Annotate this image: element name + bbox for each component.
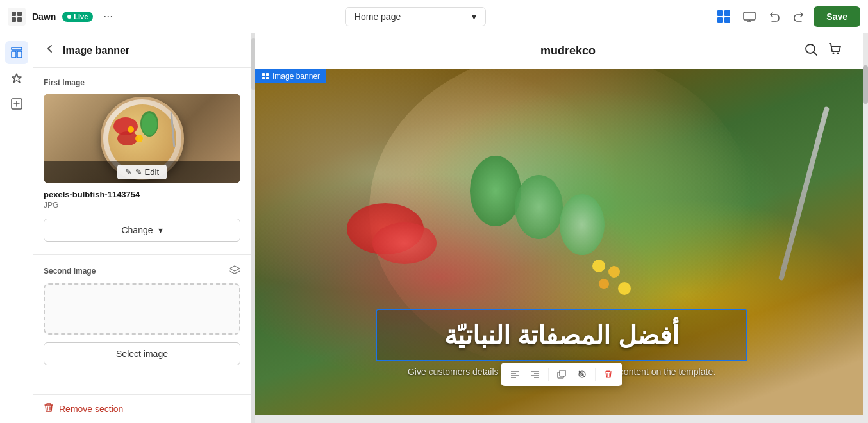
svg-rect-7: [12, 47, 22, 50]
banner-image: Image banner أفضل المصفاتة النباتيّة: [255, 69, 868, 415]
back-button[interactable]: [44, 42, 56, 58]
store-header: mudrekco: [255, 33, 868, 69]
svg-rect-19: [266, 77, 269, 79]
svg-rect-4: [744, 12, 755, 20]
live-badge: Live: [62, 12, 93, 22]
banner-title-box[interactable]: أفضل المصفاتة النباتيّة: [376, 309, 747, 361]
image-format: JPG: [44, 201, 240, 210]
second-image-label: Second image: [44, 267, 96, 276]
tomato-area: [347, 190, 475, 280]
select-image-button[interactable]: Select image: [44, 342, 240, 365]
more-button[interactable]: ···: [99, 7, 117, 26]
main-content: Image banner First image: [0, 33, 868, 423]
trash-icon: [44, 402, 54, 415]
preview-frame: mudrekco: [255, 33, 868, 415]
corn2: [128, 126, 134, 133]
sidebar-icons: [0, 33, 33, 423]
image-banner-tag: Image banner: [255, 69, 326, 83]
toolbar-separator2: [595, 368, 596, 381]
app-icon: [8, 8, 26, 26]
edit-overlay: ✎ ✎ Edit: [44, 161, 240, 183]
undo-button[interactable]: [765, 8, 784, 26]
search-icon[interactable]: [804, 42, 818, 60]
remove-section-footer[interactable]: Remove section: [33, 394, 251, 423]
svg-rect-17: [266, 73, 269, 76]
svg-rect-2: [12, 17, 16, 22]
topbar-left: Dawn Live ···: [8, 7, 117, 26]
change-image-button[interactable]: Change ▾: [44, 219, 240, 242]
grid-icon: [717, 10, 730, 23]
corn1: [135, 135, 143, 142]
live-dot: [67, 15, 71, 19]
save-button[interactable]: Save: [814, 6, 860, 27]
svg-rect-0: [12, 12, 16, 16]
svg-point-15: [837, 53, 839, 54]
desktop-preview-button[interactable]: [739, 8, 760, 26]
chevron-down-icon: ▾: [472, 12, 476, 22]
scroll-thumb-left: [251, 38, 255, 90]
left-scroll-indicator: [251, 33, 255, 423]
cart-icon[interactable]: [828, 42, 842, 60]
panel-title: Image banner: [63, 45, 129, 56]
right-scrollbar: [863, 33, 868, 423]
grid-view-button[interactable]: [714, 6, 734, 27]
panel: Image banner First image: [33, 33, 251, 423]
layers-icon: [229, 265, 240, 277]
svg-rect-16: [262, 73, 265, 76]
banner-container: Image banner أفضل المصفاتة النباتيّة: [255, 69, 868, 415]
svg-rect-8: [12, 51, 16, 58]
preview-scroll[interactable]: mudrekco: [251, 33, 868, 423]
chevron-down-icon: ▾: [158, 225, 163, 235]
topbar-center: Home page ▾: [124, 7, 706, 26]
topbar: Dawn Live ··· Home page ▾: [0, 0, 868, 33]
avocado2: [142, 113, 157, 135]
sidebar-item-sections[interactable]: [5, 41, 28, 64]
banner-text-overlay: أفضل المصفاتة النباتيّة: [376, 309, 747, 377]
svg-point-14: [833, 53, 835, 54]
redo-button[interactable]: [789, 8, 808, 26]
store-icons: [804, 42, 842, 60]
preview-area: mudrekco: [251, 33, 868, 423]
svg-rect-1: [17, 12, 22, 16]
edit-image-button[interactable]: ✎ ✎ Edit: [117, 165, 167, 179]
align-left-btn[interactable]: [506, 365, 524, 383]
tomato2: [117, 131, 138, 145]
svg-rect-29: [560, 370, 565, 376]
topbar-right: Save: [714, 6, 860, 27]
second-image-header: Second image: [44, 265, 240, 277]
align-right-btn[interactable]: [526, 365, 544, 383]
duplicate-btn[interactable]: [553, 365, 571, 383]
pencil-icon: ✎: [125, 167, 132, 177]
panel-content: First image: [33, 68, 251, 394]
section-divider: [33, 254, 251, 255]
delete-btn[interactable]: [599, 365, 617, 383]
image-filename: pexels-bulbfish-1143754: [44, 190, 240, 199]
sidebar-item-add[interactable]: [5, 92, 28, 115]
store-logo: mudrekco: [540, 44, 596, 58]
app-name: Dawn: [32, 12, 56, 22]
remove-section-label: Remove section: [59, 404, 123, 414]
toolbar-separator: [548, 368, 549, 381]
empty-image-placeholder: [44, 283, 240, 335]
sidebar-item-apps[interactable]: [5, 67, 28, 90]
svg-rect-3: [17, 17, 22, 22]
svg-rect-18: [262, 77, 265, 79]
panel-header: Image banner: [33, 33, 251, 68]
banner-toolbar: [501, 363, 622, 386]
banner-title: أفضل المصفاتة النباتيّة: [392, 320, 731, 350]
first-image-label: First image: [44, 78, 240, 87]
svg-rect-9: [17, 51, 22, 58]
scrollbar-thumb: [863, 65, 868, 104]
first-image-preview: ✎ ✎ Edit: [44, 94, 240, 183]
hide-btn[interactable]: [573, 365, 591, 383]
page-selector[interactable]: Home page ▾: [345, 7, 486, 26]
